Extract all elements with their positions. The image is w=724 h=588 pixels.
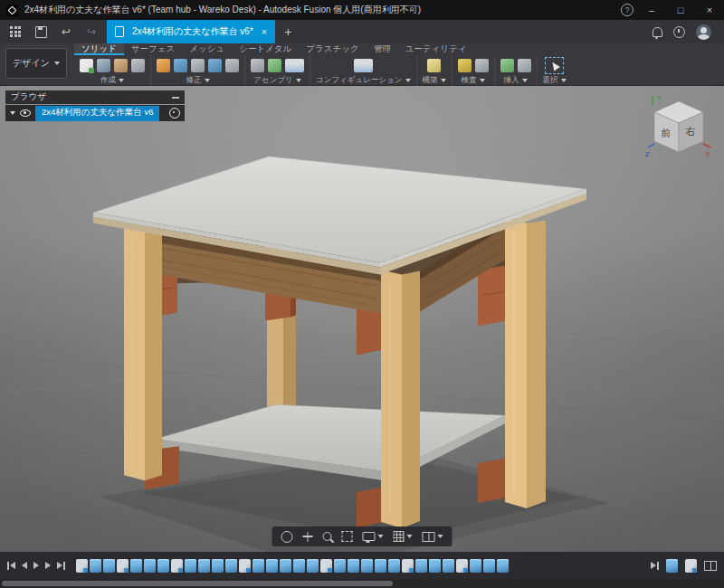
shell-icon[interactable] bbox=[191, 59, 205, 72]
timeline-feature-box-icon[interactable] bbox=[266, 559, 278, 573]
document-node-label[interactable]: 2x4材利用の丈夫な作業台 v6 bbox=[35, 106, 159, 121]
configuration-table-icon[interactable] bbox=[354, 59, 373, 72]
timeline-feature-box-icon[interactable] bbox=[388, 559, 400, 573]
timeline-feature-box-icon[interactable] bbox=[307, 559, 319, 573]
timeline-feature-box-icon[interactable] bbox=[415, 559, 427, 573]
timeline-feature-box-icon[interactable] bbox=[443, 559, 454, 573]
front-leg[interactable] bbox=[381, 270, 420, 528]
3d-viewport[interactable]: ブラウザ 2x4材利用の丈夫な作業台 v6 Y 前 右 X bbox=[0, 86, 724, 552]
create-sketch-icon[interactable] bbox=[80, 59, 93, 72]
user-avatar[interactable] bbox=[696, 24, 711, 40]
grid-settings-button[interactable] bbox=[394, 531, 413, 542]
timeline-feature-box-icon[interactable] bbox=[130, 559, 142, 573]
timeline-end-marker[interactable] bbox=[651, 562, 659, 570]
timeline-feature-box-icon[interactable] bbox=[103, 559, 115, 573]
tab-mesh[interactable]: メッシュ bbox=[182, 43, 232, 55]
construction-plane-icon[interactable] bbox=[427, 59, 441, 72]
assemble-group-label[interactable]: アセンブリ bbox=[253, 75, 301, 86]
undo-button[interactable]: ↩ bbox=[56, 23, 76, 41]
visibility-eye-icon[interactable] bbox=[20, 109, 31, 117]
timeline-feature-box-icon[interactable] bbox=[212, 559, 224, 573]
document-settings-icon[interactable] bbox=[169, 108, 180, 119]
timeline-group-icon[interactable] bbox=[685, 559, 697, 573]
display-settings-button[interactable] bbox=[363, 532, 384, 541]
active-document-tab[interactable]: 2x4材利用の丈夫な作業台 v6* × bbox=[107, 20, 275, 43]
timeline-feature-sketch-icon[interactable] bbox=[76, 559, 88, 573]
expand-caret-icon[interactable] bbox=[10, 111, 15, 115]
fit-button[interactable] bbox=[342, 531, 353, 542]
timeline-feature-box-icon[interactable] bbox=[280, 559, 291, 573]
decal-icon[interactable] bbox=[518, 59, 531, 72]
tab-surface[interactable]: サーフェス bbox=[124, 43, 182, 55]
new-document-tab-button[interactable]: + bbox=[281, 24, 295, 39]
skip-to-end-button[interactable] bbox=[57, 562, 65, 570]
modify-group-label[interactable]: 修正 bbox=[186, 75, 210, 86]
save-button[interactable] bbox=[31, 23, 51, 41]
file-menu-icon[interactable] bbox=[5, 23, 25, 41]
combine-icon[interactable] bbox=[208, 59, 222, 72]
view-cube[interactable]: Y 前 右 X Z bbox=[644, 91, 713, 160]
insert-derive-icon[interactable] bbox=[500, 59, 514, 72]
timeline-feature-box-icon[interactable] bbox=[293, 559, 305, 573]
timeline-feature-box-icon[interactable] bbox=[185, 559, 196, 573]
press-pull-icon[interactable] bbox=[157, 59, 170, 72]
minimize-button[interactable]: – bbox=[637, 0, 666, 20]
workbench-model[interactable] bbox=[93, 156, 586, 528]
timeline-feature-box-icon[interactable] bbox=[90, 559, 101, 573]
select-icon[interactable] bbox=[545, 57, 564, 74]
redo-button[interactable]: ↪ bbox=[81, 23, 101, 41]
close-button[interactable]: × bbox=[695, 0, 724, 20]
maximize-button[interactable]: □ bbox=[666, 0, 695, 20]
joint-icon[interactable] bbox=[251, 59, 264, 72]
notifications-bell-icon[interactable] bbox=[653, 27, 662, 37]
timeline-feature-box-icon[interactable] bbox=[483, 559, 495, 573]
create-group-label[interactable]: 作成 bbox=[100, 75, 124, 86]
orbit-button[interactable] bbox=[281, 531, 293, 543]
inspect-group-label[interactable]: 検査 bbox=[462, 75, 485, 86]
measure-icon[interactable] bbox=[458, 59, 472, 72]
extrude-icon[interactable] bbox=[97, 59, 110, 72]
model-canvas[interactable] bbox=[0, 86, 724, 552]
collapse-panel-icon[interactable] bbox=[172, 97, 179, 99]
scrollbar-thumb[interactable] bbox=[2, 581, 393, 586]
timeline-feature-box-icon[interactable] bbox=[252, 559, 264, 573]
play-button[interactable] bbox=[33, 562, 39, 569]
timeline-feature-sketch-icon[interactable] bbox=[402, 559, 414, 573]
timeline-feature-box-icon[interactable] bbox=[348, 559, 359, 573]
select-group-label[interactable]: 選択 bbox=[543, 75, 567, 86]
help-icon[interactable]: ? bbox=[617, 0, 637, 20]
primitives-icon[interactable] bbox=[131, 59, 145, 72]
timeline-feature-sketch-icon[interactable] bbox=[117, 559, 129, 573]
viewports-button[interactable] bbox=[423, 532, 443, 542]
timeline-feature-sketch-icon[interactable] bbox=[171, 559, 183, 573]
tab-utilities[interactable]: ユーティリティ bbox=[398, 43, 474, 55]
tab-plastic[interactable]: プラスチック bbox=[299, 43, 366, 55]
timeline-options-button[interactable] bbox=[704, 561, 717, 571]
timeline-group-icon[interactable] bbox=[666, 559, 678, 573]
move-copy-icon[interactable] bbox=[225, 59, 239, 72]
tab-solid[interactable]: ソリッド bbox=[74, 43, 124, 55]
workspace-selector[interactable]: デザイン bbox=[5, 48, 67, 79]
section-analysis-icon[interactable] bbox=[475, 59, 489, 72]
step-forward-button[interactable] bbox=[45, 562, 51, 569]
timeline-feature-box-icon[interactable] bbox=[361, 559, 373, 573]
configure-group-label[interactable]: コンフィギュレーション bbox=[316, 75, 411, 86]
right-leg[interactable] bbox=[505, 219, 546, 508]
tab-sheet-metal[interactable]: シートメタル bbox=[232, 43, 299, 55]
timeline-feature-box-icon[interactable] bbox=[157, 559, 169, 573]
timeline-feature-box-icon[interactable] bbox=[334, 559, 346, 573]
timeline-feature-box-icon[interactable] bbox=[429, 559, 441, 573]
timeline-feature-box-icon[interactable] bbox=[375, 559, 386, 573]
timeline-feature-sketch-icon[interactable] bbox=[456, 559, 468, 573]
construct-group-label[interactable]: 構築 bbox=[423, 75, 446, 86]
create-form-icon[interactable] bbox=[114, 59, 128, 72]
timeline-feature-box-icon[interactable] bbox=[470, 559, 481, 573]
tab-manage[interactable]: 管理 bbox=[367, 43, 398, 55]
skip-to-start-button[interactable] bbox=[7, 562, 15, 570]
close-tab-icon[interactable]: × bbox=[262, 26, 267, 37]
zoom-button[interactable] bbox=[323, 532, 332, 541]
insert-group-label[interactable]: 挿入 bbox=[504, 75, 528, 86]
rigid-group-icon[interactable] bbox=[285, 59, 304, 72]
left-leg[interactable] bbox=[124, 227, 162, 480]
timeline-feature-sketch-icon[interactable] bbox=[239, 559, 251, 573]
